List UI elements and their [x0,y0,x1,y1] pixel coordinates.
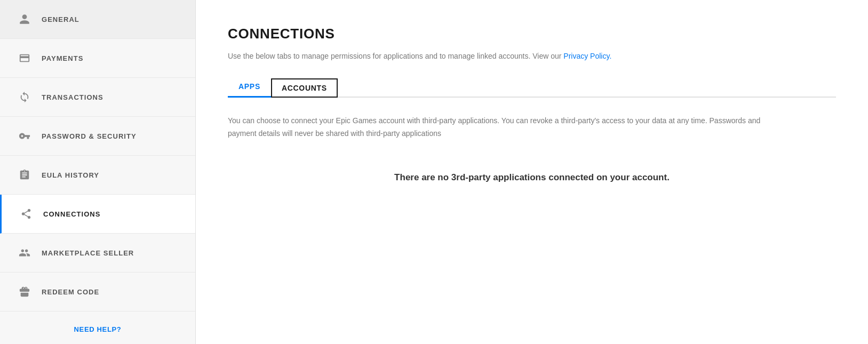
sidebar-item-transactions[interactable]: TRANSACTIONS [0,78,195,117]
tabs-container: APPS ACCOUNTS [228,77,836,98]
tab-body-description: You can choose to connect your Epic Game… [228,115,788,140]
page-title: CONNECTIONS [228,26,836,42]
key-icon [17,129,32,143]
tab-apps[interactable]: APPS [228,77,271,98]
sidebar-item-password-security-label: PASSWORD & SECURITY [42,132,137,140]
sidebar-item-marketplace-seller[interactable]: MARKETPLACE SELLER [0,234,195,273]
need-help-link[interactable]: NEED HELP? [74,325,122,333]
privacy-policy-link[interactable]: Privacy Policy. [563,52,611,60]
share-icon [19,206,34,221]
sidebar-item-transactions-label: TRANSACTIONS [42,93,103,101]
person-icon [17,12,32,27]
sidebar-item-connections[interactable]: CONNECTIONS [0,195,195,234]
main-content: CONNECTIONS Use the below tabs to manage… [196,0,868,344]
sidebar-item-general[interactable]: GENERAL [0,0,195,39]
empty-state-message: There are no 3rd-party applications conn… [228,172,836,183]
sidebar-item-redeem-code[interactable]: REDEEM CODE [0,273,195,311]
gift-icon [17,284,32,299]
sidebar-item-password-security[interactable]: PASSWORD & SECURITY [0,117,195,156]
sidebar-item-redeem-code-label: REDEEM CODE [42,288,99,296]
sidebar-item-eula-history[interactable]: EULA HISTORY [0,156,195,195]
sidebar-item-payments[interactable]: PAYMENTS [0,39,195,78]
seller-icon [17,245,32,260]
tab-accounts[interactable]: ACCOUNTS [271,78,338,98]
sidebar-item-eula-history-label: EULA HISTORY [42,171,99,179]
sidebar-footer: NEED HELP? [0,311,195,344]
description-text-part: Use the below tabs to manage permissions… [228,52,563,60]
payments-icon [17,51,32,66]
page-description: Use the below tabs to manage permissions… [228,51,836,62]
sidebar-item-connections-label: CONNECTIONS [43,210,101,218]
transactions-icon [17,90,32,105]
sidebar-item-marketplace-seller-label: MARKETPLACE SELLER [42,249,134,257]
sidebar-item-payments-label: PAYMENTS [42,54,83,62]
sidebar-item-general-label: GENERAL [42,15,79,23]
sidebar: GENERAL PAYMENTS TRANSACTIONS PASSWORD &… [0,0,196,344]
clipboard-icon [17,167,32,182]
